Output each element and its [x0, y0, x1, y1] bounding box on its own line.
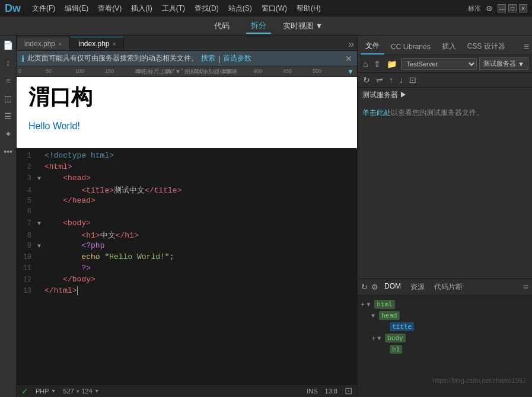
dimensions-display[interactable]: 527 × 124 ▼	[63, 388, 100, 395]
menu-help[interactable]: 帮助(H)	[294, 2, 324, 15]
menu-site[interactable]: 站点(S)	[225, 2, 255, 15]
dom-arrow-body: ▼	[377, 335, 383, 341]
tab-overflow-icon[interactable]: »	[345, 38, 357, 50]
tab-index1[interactable]: index.php ×	[17, 37, 69, 50]
line-num-2: 2	[17, 163, 37, 171]
mode-label: INS	[307, 388, 317, 395]
sidebar-arrow-icon[interactable]: ↕	[2, 56, 15, 69]
sidebar-more-icon[interactable]: •••	[2, 145, 15, 158]
test-server-link[interactable]: 单击此处	[362, 108, 391, 117]
sidebar-list-icon[interactable]: ☰	[2, 110, 15, 123]
panel-tab-insert[interactable]: 插入	[437, 39, 461, 54]
menu-file[interactable]: 文件(F)	[29, 2, 58, 15]
panel-tab-file[interactable]: 文件	[361, 39, 384, 55]
file-up-icon[interactable]: ↑	[387, 75, 395, 85]
expand-icon[interactable]: ⊡	[345, 385, 352, 396]
dom-tab-dom[interactable]: DOM	[382, 281, 403, 293]
dom-plus-html[interactable]: +	[361, 300, 365, 309]
line-num-6: 6	[17, 207, 37, 216]
panel-tab-css[interactable]: CSS 设计器	[463, 39, 510, 54]
tab-label-2: index.php	[78, 40, 109, 48]
code-content-12: </body>	[44, 275, 352, 284]
dom-refresh-icon[interactable]: ↻	[361, 283, 368, 292]
settings-icon[interactable]: ⚙	[486, 4, 493, 13]
line-num-13: 13	[17, 287, 37, 295]
code-line-12: 12 </body>	[17, 275, 357, 286]
server-select[interactable]: TestServer	[401, 58, 477, 70]
menu-tools[interactable]: 工具(T)	[159, 2, 188, 15]
code-line-13: 13 </html>	[17, 286, 357, 297]
menu-edit[interactable]: 编辑(E)	[62, 2, 91, 15]
dom-node-h1[interactable]: h1	[361, 344, 529, 355]
menu-find[interactable]: 查找(D)	[192, 2, 222, 15]
panel-tab-more[interactable]: ≡	[524, 41, 529, 52]
watermark: https://blog.csdn.net/zhanxi1992	[432, 377, 526, 384]
code-line-3: 3 ▼ <head>	[17, 174, 357, 185]
split-button[interactable]: 拆分	[246, 18, 271, 34]
arrow-3: ▼	[37, 175, 44, 182]
code-view[interactable]: 1 <!doctype html> 2 <html> 3 ▼ <head> 4	[17, 148, 357, 384]
test-server-button[interactable]: 测试服务器 ▼	[479, 57, 528, 70]
line-num-10: 10	[17, 253, 37, 261]
code-line-1: 1 <!doctype html>	[17, 151, 357, 162]
info-search-link[interactable]: 搜索	[201, 53, 215, 63]
dom-tag-title[interactable]: title	[390, 322, 414, 331]
dom-tag-html[interactable]: html	[374, 300, 395, 309]
dom-node-html[interactable]: + ▼ html	[361, 299, 529, 310]
code-line-7: 7 ▼ <body>	[17, 219, 357, 230]
dom-plus-body[interactable]: +	[371, 334, 375, 342]
sidebar-star-icon[interactable]: ✦	[2, 127, 15, 140]
dom-settings-icon[interactable]: ⚙	[371, 283, 378, 292]
file-sync-icon[interactable]: ⊡	[407, 75, 418, 85]
menu-window[interactable]: 窗口(W)	[259, 2, 290, 15]
file-toolbar2: ↻ ⇌ ↑ ↓ ⊡	[358, 73, 532, 88]
code-button[interactable]: 代码	[209, 19, 234, 33]
minimize-button[interactable]: —	[498, 4, 506, 12]
sidebar-file-icon[interactable]: 📄	[2, 39, 15, 52]
panel-tab-cc[interactable]: CC Libraries	[386, 40, 435, 53]
test-server-message: 单击此处以查看您的测试服务器文件。	[358, 103, 532, 123]
code-line-11: 11 ?>	[17, 264, 357, 275]
maximize-button[interactable]: □	[508, 4, 517, 12]
dom-node-title[interactable]: title	[361, 321, 529, 332]
menu-insert[interactable]: 插入(I)	[128, 2, 155, 15]
code-content-8: <h1>中文</h1>	[44, 230, 352, 241]
code-line-10: 10 echo "Hello World!";	[17, 252, 357, 264]
sidebar-layers-icon[interactable]: ≡	[2, 74, 15, 87]
menu-view[interactable]: 查看(V)	[95, 2, 125, 15]
dom-node-head[interactable]: ▼ head	[361, 310, 529, 321]
file-folder-icon[interactable]: 📁	[385, 59, 399, 69]
dom-more-icon[interactable]: ≡	[523, 282, 528, 293]
file-home-icon[interactable]: ⌂	[361, 59, 369, 69]
file-upload-icon[interactable]: ⇧	[372, 59, 383, 69]
lang-selector[interactable]: PHP ▼	[36, 388, 56, 395]
tab-close-1[interactable]: ×	[58, 40, 62, 47]
file-down-icon[interactable]: ↓	[397, 75, 405, 85]
tab-close-2[interactable]: ×	[113, 40, 116, 47]
code-content-1: <!doctype html>	[44, 151, 352, 160]
design-heading: 渭⼝构	[28, 83, 345, 112]
close-button[interactable]: ×	[519, 4, 527, 12]
dom-tag-h1[interactable]: h1	[390, 345, 402, 354]
file-connect-icon[interactable]: ⇌	[374, 75, 385, 85]
tab-index2[interactable]: index.php ×	[71, 37, 123, 50]
code-content-11: ?>	[44, 264, 352, 273]
line-num-5: 5	[17, 197, 37, 205]
dom-node-body[interactable]: + ▼ body	[361, 332, 529, 344]
line-num-12: 12	[17, 276, 37, 284]
dom-tab-assets[interactable]: 资源	[408, 281, 427, 293]
window-controls: — □ ×	[498, 4, 527, 12]
info-prefs-link[interactable]: 首选参数	[223, 53, 251, 63]
file-refresh-icon[interactable]: ↻	[361, 75, 372, 85]
dom-tag-body[interactable]: body	[385, 334, 406, 342]
dw-logo: Dw	[5, 2, 21, 15]
dom-tag-head[interactable]: head	[379, 311, 400, 320]
live-view-button[interactable]: 实时视图 ▼	[283, 21, 323, 31]
sidebar-component-icon[interactable]: ◫	[2, 92, 15, 105]
code-content-7: <body>	[44, 219, 352, 228]
dimensions-label: 527 × 124	[63, 388, 93, 395]
title-bar-right: 标准 ⚙ — □ ×	[468, 4, 527, 13]
info-close-button[interactable]: ✕	[345, 54, 352, 63]
status-bar-right: INS 13:8 ⊡	[307, 385, 352, 396]
dom-tab-snippets[interactable]: 代码片断	[432, 281, 465, 293]
